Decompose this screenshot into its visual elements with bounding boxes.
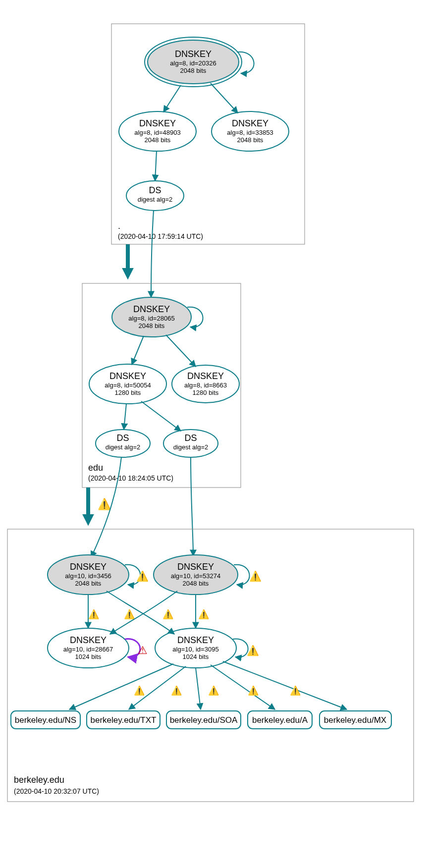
warning-icon: ⚠️ [247,645,259,656]
warning-icon: ⚠️ [198,609,210,620]
svg-text:alg=10, id=28667: alg=10, id=28667 [63,646,113,653]
svg-text:alg=8, id=28065: alg=8, id=28065 [128,315,174,322]
svg-text:(2020-04-10 20:32:07 UTC): (2020-04-10 20:32:07 UTC) [14,787,99,795]
svg-text:DS: DS [184,433,197,443]
warning-icon: ⚠️ [248,685,259,696]
svg-text:(2020-04-10 18:24:05 UTC): (2020-04-10 18:24:05 UTC) [88,474,173,482]
svg-text:DS: DS [116,433,129,443]
svg-text:2048 bits: 2048 bits [183,580,209,587]
zone-berkeley: berkeley.edu (2020-04-10 20:32:07 UTC) D… [7,529,414,802]
svg-text:DNSKEY: DNSKEY [177,562,214,572]
svg-text:berkeley.edu/NS: berkeley.edu/NS [15,715,76,725]
svg-text:DNSKEY: DNSKEY [175,49,212,59]
warning-icon-red: ⚠ [138,644,148,656]
svg-text:alg=10, id=53274: alg=10, id=53274 [171,572,220,580]
rrset-mx: berkeley.edu/MX [320,711,391,729]
svg-text:DNSKEY: DNSKEY [187,371,224,381]
svg-text:berkeley.edu/SOA: berkeley.edu/SOA [170,715,238,725]
node-edu-zsk2: DNSKEY alg=8, id=8663 1280 bits [172,365,239,403]
node-edu-zsk1: DNSKEY alg=8, id=50054 1280 bits [89,364,166,404]
node-berk-zsk1: DNSKEY alg=10, id=28667 1024 bits [48,628,129,668]
svg-text:digest alg=2: digest alg=2 [138,196,172,203]
svg-text:alg=8, id=20326: alg=8, id=20326 [170,59,216,67]
node-berk-ksk1: DNSKEY alg=10, id=3456 2048 bits [48,555,129,595]
warning-icon: ⚠️ [136,570,149,582]
svg-text:alg=8, id=8663: alg=8, id=8663 [184,381,227,389]
svg-text:2048 bits: 2048 bits [180,67,207,74]
svg-text:alg=10, id=3095: alg=10, id=3095 [172,646,218,653]
zone-root-time: (2020-04-10 17:59:14 UTC) [118,232,203,240]
warning-icon: ⚠️ [124,609,135,620]
warning-icon: ⚠️ [162,609,174,620]
svg-text:digest alg=2: digest alg=2 [173,443,208,451]
svg-text:1024 bits: 1024 bits [183,653,209,660]
svg-text:2048 bits: 2048 bits [139,322,165,329]
node-root-zsk1: DNSKEY alg=8, id=48903 2048 bits [119,111,196,151]
svg-text:DNSKEY: DNSKEY [177,635,214,645]
rrset-a: berkeley.edu/A [248,711,312,729]
node-edu-ds2: DS digest alg=2 [163,430,218,457]
node-root-ksk: DNSKEY alg=8, id=20326 2048 bits [145,37,242,87]
svg-text:berkeley.edu/MX: berkeley.edu/MX [324,715,386,725]
warning-icon: ⚠️ [208,685,219,696]
zone-root: . (2020-04-10 17:59:14 UTC) DNSKEY alg=8… [111,24,305,244]
zone-edu: edu (2020-04-10 18:24:05 UTC) DNSKEY alg… [82,283,241,488]
svg-text:DNSKEY: DNSKEY [70,562,107,572]
warning-icon: ⚠️ [171,685,182,696]
svg-text:alg=8, id=50054: alg=8, id=50054 [105,381,151,389]
svg-text:DNSKEY: DNSKEY [232,118,268,128]
svg-text:DNSKEY: DNSKEY [139,118,176,128]
svg-text:1280 bits: 1280 bits [193,389,219,396]
svg-text:2048 bits: 2048 bits [145,136,171,144]
svg-text:berkeley.edu/TXT: berkeley.edu/TXT [91,715,157,725]
warning-icon: ⚠️ [98,497,111,511]
svg-text:1280 bits: 1280 bits [115,389,141,396]
svg-text:DNSKEY: DNSKEY [70,635,107,645]
zone-berk-name: berkeley.edu [14,775,64,785]
warning-icon: ⚠️ [88,609,100,620]
warning-icon: ⚠️ [249,570,262,582]
node-berk-ksk2: DNSKEY alg=10, id=53274 2048 bits [154,555,238,595]
svg-text:alg=8, id=33853: alg=8, id=33853 [227,129,273,136]
svg-text:DS: DS [149,185,161,195]
svg-text:digest alg=2: digest alg=2 [106,443,140,451]
rrset-ns: berkeley.edu/NS [11,711,80,729]
svg-text:DNSKEY: DNSKEY [109,371,146,381]
svg-text:alg=8, id=48903: alg=8, id=48903 [134,129,180,136]
dnssec-diagram: . (2020-04-10 17:59:14 UTC) DNSKEY alg=8… [0,0,428,868]
node-edu-ds1: DS digest alg=2 [96,430,150,457]
warning-icon: ⚠️ [134,685,145,696]
zone-root-name: . [118,221,120,231]
rrset-txt: berkeley.edu/TXT [87,711,160,729]
svg-text:2048 bits: 2048 bits [75,580,102,587]
svg-text:2048 bits: 2048 bits [237,136,264,144]
warning-icon: ⚠️ [290,685,301,696]
zone-edu-name: edu [88,463,103,473]
rrset-soa: berkeley.edu/SOA [166,711,241,729]
node-root-zsk2: DNSKEY alg=8, id=33853 2048 bits [212,111,289,151]
node-edu-ksk: DNSKEY alg=8, id=28065 2048 bits [112,297,191,337]
svg-text:berkeley.edu/A: berkeley.edu/A [252,715,308,725]
svg-text:DNSKEY: DNSKEY [133,304,170,314]
svg-text:1024 bits: 1024 bits [75,653,102,660]
svg-text:alg=10, id=3456: alg=10, id=3456 [65,572,111,580]
node-root-ds: DS digest alg=2 [126,181,184,211]
